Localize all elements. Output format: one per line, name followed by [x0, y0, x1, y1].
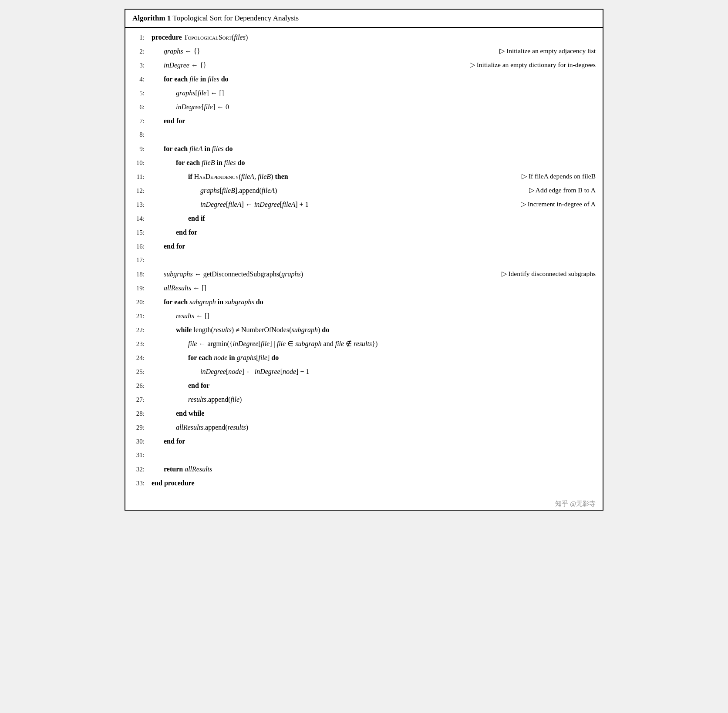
algorithm-line: 4:for each file in files do — [125, 73, 603, 87]
line-number: 28: — [125, 408, 152, 419]
watermark: 知乎 @无影寺 — [125, 496, 603, 510]
line-content: end for — [152, 227, 603, 238]
algorithm-line: 22:while length(results) ≠ NumberOfNodes… — [125, 324, 603, 338]
line-comment: ▷ Increment in-degree of A — [521, 199, 596, 210]
line-comment: ▷ If fileA depends on fileB — [522, 171, 596, 182]
algorithm-line: 26:end for — [125, 380, 603, 393]
algorithm-line: 18:subgraphs ← getDisconnectedSubgraphs(… — [125, 268, 603, 282]
line-number: 16: — [125, 241, 152, 252]
line-content: for each subgraph in subgraphs do — [152, 296, 603, 308]
line-content: procedure TopologicalSort(files) — [152, 32, 603, 43]
algorithm-line: 16:end for — [125, 240, 603, 254]
algorithm-line: 14:end if — [125, 212, 603, 226]
line-number: 15: — [125, 227, 152, 238]
line-content: allResults ← [] — [152, 283, 603, 294]
line-content: end while — [152, 408, 603, 419]
line-content: for each node in graphs[file] do — [152, 352, 603, 363]
algorithm-line: 29:allResults.append(results) — [125, 421, 603, 435]
line-number: 23: — [125, 339, 152, 349]
algorithm-line: 5:graphs[file] ← [] — [125, 87, 603, 101]
line-number: 30: — [125, 436, 152, 447]
line-content: return allResults — [152, 464, 603, 475]
line-content: graphs[file] ← [] — [152, 87, 603, 99]
algorithm-body: 1:procedure TopologicalSort(files)2:grap… — [125, 28, 603, 496]
line-number: 14: — [125, 213, 152, 224]
line-content: end for — [152, 241, 603, 252]
line-comment: ▷ Add edge from B to A — [529, 185, 596, 196]
algorithm-line: 10:for each fileB in files do — [125, 157, 603, 171]
line-number: 21: — [125, 311, 152, 321]
algorithm-label: Algorithm 1 — [132, 14, 171, 22]
line-number: 18: — [125, 269, 152, 279]
algorithm-line: 11:if HasDependency(fileA, fileB) then▷ … — [125, 171, 603, 185]
algorithm-line: 1:procedure TopologicalSort(files) — [125, 31, 603, 45]
line-number: 26: — [125, 380, 152, 391]
line-number: 31: — [125, 450, 152, 460]
algorithm-line: 31: — [125, 449, 603, 463]
algorithm-line: 20:for each subgraph in subgraphs do — [125, 296, 603, 310]
algorithm-line: 23:file ← argmin({inDegree[file] | file … — [125, 338, 603, 352]
line-number: 13: — [125, 199, 152, 210]
line-number: 24: — [125, 353, 152, 363]
line-comment: ▷ Identify disconnected subgraphs — [502, 269, 596, 279]
line-number: 7: — [125, 116, 152, 126]
algorithm-line: 27:results.append(file) — [125, 393, 603, 407]
line-content: for each fileA in files do — [152, 143, 603, 155]
algorithm-line: 19:allResults ← [] — [125, 282, 603, 296]
line-content: for each fileB in files do — [152, 157, 603, 168]
algorithm-line: 32:return allResults — [125, 463, 603, 477]
line-comment: ▷ Initialize an empty adjacency list — [499, 46, 596, 57]
line-number: 25: — [125, 367, 152, 377]
line-number: 12: — [125, 185, 152, 196]
algorithm-line: 13:inDegree[fileA] ← inDegree[fileA] + 1… — [125, 198, 603, 212]
line-number: 22: — [125, 325, 152, 335]
line-number: 9: — [125, 144, 152, 154]
algorithm-header: Algorithm 1 Topological Sort for Depende… — [125, 10, 603, 28]
line-number: 8: — [125, 129, 152, 140]
line-number: 4: — [125, 74, 152, 84]
algorithm-line: 21:results ← [] — [125, 310, 603, 324]
line-number: 2: — [125, 46, 152, 57]
line-number: 11: — [125, 172, 152, 182]
line-number: 27: — [125, 394, 152, 405]
algorithm-line: 8: — [125, 129, 603, 143]
algorithm-line: 25:inDegree[node] ← inDegree[node] − 1 — [125, 366, 603, 380]
line-content: inDegree[file] ← 0 — [152, 101, 603, 113]
line-content: end if — [152, 213, 603, 224]
line-number: 10: — [125, 158, 152, 168]
line-number: 17: — [125, 255, 152, 265]
line-comment: ▷ Initialize an empty dictionary for in-… — [470, 60, 596, 71]
line-number: 19: — [125, 283, 152, 293]
line-number: 33: — [125, 478, 152, 488]
line-number: 32: — [125, 464, 152, 474]
algorithm-line: 2:graphs ← {}▷ Initialize an empty adjac… — [125, 45, 603, 59]
line-content: end procedure — [152, 478, 603, 489]
algorithm-line: 6:inDegree[file] ← 0 — [125, 101, 603, 115]
algorithm-box: Algorithm 1 Topological Sort for Depende… — [125, 9, 603, 511]
algorithm-line: 24:for each node in graphs[file] do — [125, 352, 603, 366]
algorithm-line: 12:graphs[fileB].append(fileA)▷ Add edge… — [125, 185, 603, 198]
algorithm-line: 17: — [125, 254, 603, 268]
algorithm-line: 28:end while — [125, 407, 603, 421]
line-content: for each file in files do — [152, 74, 603, 85]
line-number: 20: — [125, 297, 152, 307]
line-content: results ← [] — [152, 310, 603, 322]
algorithm-line: 9:for each fileA in files do — [125, 143, 603, 157]
line-number: 6: — [125, 102, 152, 112]
line-number: 5: — [125, 88, 152, 98]
line-content: while length(results) ≠ NumberOfNodes(su… — [152, 324, 603, 336]
line-number: 3: — [125, 60, 152, 71]
line-content: end for — [152, 436, 603, 447]
line-content: inDegree[node] ← inDegree[node] − 1 — [152, 366, 603, 377]
algorithm-line: 3:inDegree ← {}▷ Initialize an empty dic… — [125, 59, 603, 73]
line-content: file ← argmin({inDegree[file] | file ∈ s… — [152, 338, 603, 350]
algorithm-line: 30:end for — [125, 435, 603, 449]
algorithm-line: 15:end for — [125, 226, 603, 240]
line-content: allResults.append(results) — [152, 422, 603, 433]
line-number: 1: — [125, 32, 152, 43]
line-content: end for — [152, 380, 603, 391]
line-number: 29: — [125, 422, 152, 433]
line-content: end for — [152, 115, 603, 127]
algorithm-line: 7:end for — [125, 115, 603, 129]
algorithm-line: 33:end procedure — [125, 477, 603, 491]
